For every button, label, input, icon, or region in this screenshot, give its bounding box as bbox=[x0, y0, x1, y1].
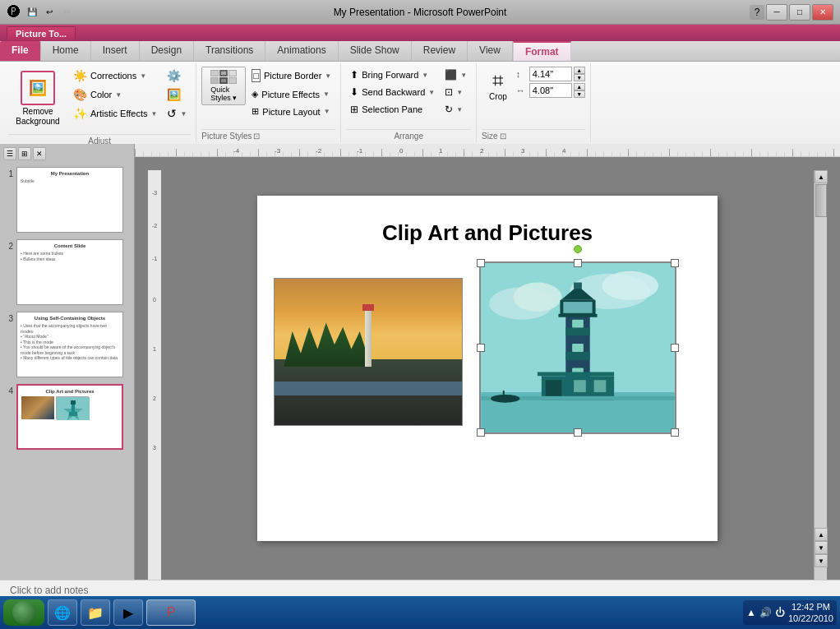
svg-point-51 bbox=[491, 395, 519, 403]
scroll-down-button[interactable]: ▼ bbox=[815, 554, 828, 567]
tab-animations[interactable]: Animations bbox=[265, 41, 338, 61]
svg-text:-2: -2 bbox=[316, 147, 322, 155]
taskbar-powerpoint-button[interactable]: P bbox=[146, 599, 196, 626]
ribbon-group-arrange: ⬆ Bring Forward ▼ ⬇ Send Backward ▼ ⊞ Se… bbox=[341, 63, 477, 142]
reset-picture-button[interactable]: ↺ ▼ bbox=[163, 104, 191, 123]
change-picture-button[interactable]: 🖼️ bbox=[163, 86, 191, 104]
picture-effects-button[interactable]: ◈ Picture Effects ▼ bbox=[247, 86, 335, 102]
quick-styles-button[interactable]: QuickStyles ▾ bbox=[201, 67, 246, 105]
tab-review[interactable]: Review bbox=[412, 41, 468, 61]
send-backward-icon: ⬇ bbox=[350, 86, 358, 98]
slide-thumb-4[interactable]: Clip Art and Pictures bbox=[16, 384, 123, 450]
save-button[interactable]: 💾 bbox=[25, 5, 39, 20]
svg-rect-46 bbox=[546, 380, 562, 396]
panel-menu-button[interactable]: ☰ bbox=[3, 147, 16, 160]
help-icon[interactable]: ? bbox=[750, 5, 764, 20]
send-backward-button[interactable]: ⬇ Send Backward ▼ bbox=[346, 84, 439, 100]
handle-bottom-center[interactable] bbox=[574, 428, 582, 437]
picture-layout-button[interactable]: ⊞ Picture Layout ▼ bbox=[247, 104, 335, 119]
picture-styles-content: QuickStyles ▾ □ Picture Border ▼ ◈ Pictu… bbox=[201, 65, 335, 127]
volume-icon[interactable]: 🔊 bbox=[759, 607, 772, 618]
clipart-image[interactable] bbox=[479, 261, 676, 434]
tab-transitions[interactable]: Transitions bbox=[194, 41, 265, 61]
panel-view-button[interactable]: ⊞ bbox=[18, 147, 31, 160]
crop-button[interactable]: ⌗ Crop bbox=[482, 67, 515, 105]
artistic-effects-button[interactable]: ✨ Artistic Effects ▼ bbox=[69, 104, 161, 123]
svg-point-32 bbox=[602, 271, 658, 300]
scroll-page-down-button[interactable]: ▼ bbox=[815, 541, 828, 554]
scroll-track[interactable] bbox=[815, 184, 827, 528]
photo-image[interactable] bbox=[274, 278, 463, 426]
handle-bottom-left[interactable] bbox=[477, 428, 485, 437]
maximize-button[interactable]: □ bbox=[789, 4, 810, 21]
picture-border-button[interactable]: □ Picture Border ▼ bbox=[247, 67, 335, 85]
width-input[interactable] bbox=[529, 83, 572, 98]
tab-design[interactable]: Design bbox=[140, 41, 194, 61]
close-button[interactable]: ✕ bbox=[812, 4, 833, 21]
taskbar-media-button[interactable]: ▶ bbox=[113, 599, 143, 626]
tab-view[interactable]: View bbox=[468, 41, 513, 61]
height-spin-up[interactable]: ▲ bbox=[574, 67, 585, 74]
slide-thumb-1[interactable]: My Presentation Subtitle bbox=[16, 167, 123, 233]
height-spin-down[interactable]: ▼ bbox=[574, 74, 585, 81]
selection-pane-button[interactable]: ⊞ Selection Pane bbox=[346, 101, 439, 118]
taskbar-explorer-button[interactable]: 🌐 bbox=[48, 599, 77, 626]
corrections-button[interactable]: ☀️ Corrections ▼ bbox=[69, 67, 161, 85]
size-expand-icon[interactable]: ⊡ bbox=[500, 132, 506, 141]
handle-middle-left[interactable] bbox=[477, 344, 485, 352]
start-button[interactable] bbox=[3, 599, 44, 626]
remove-background-button[interactable]: 🖼️ RemoveBackground bbox=[8, 67, 67, 131]
slide-canvas[interactable]: Clip Art and Pictures bbox=[257, 196, 718, 541]
artistic-effects-label: Artistic Effects bbox=[90, 109, 147, 118]
svg-marker-49 bbox=[538, 372, 614, 376]
handle-middle-right[interactable] bbox=[671, 344, 679, 352]
tab-file[interactable]: File bbox=[0, 41, 41, 61]
tab-home[interactable]: Home bbox=[41, 41, 91, 61]
handle-bottom-right[interactable] bbox=[671, 428, 679, 437]
handle-top-center[interactable] bbox=[574, 259, 582, 267]
rotate-button[interactable]: ↻ ▼ bbox=[441, 101, 471, 118]
compress-button[interactable]: ⚙️ bbox=[163, 67, 191, 85]
scroll-up-button[interactable]: ▲ bbox=[815, 170, 828, 183]
handle-top-left[interactable] bbox=[477, 259, 485, 267]
tower bbox=[365, 308, 372, 367]
width-spin-up[interactable]: ▲ bbox=[574, 83, 585, 90]
height-input[interactable] bbox=[529, 67, 572, 81]
width-spin-down[interactable]: ▼ bbox=[574, 90, 585, 98]
taskbar: 🌐 📁 ▶ P ▲ 🔊 ⏻ 12:42 PM 10/22/2010 bbox=[0, 596, 840, 629]
tab-format[interactable]: Format bbox=[513, 41, 571, 61]
scroll-page-up-button[interactable]: ▲ bbox=[815, 528, 828, 541]
tab-slideshow[interactable]: Slide Show bbox=[339, 41, 412, 61]
svg-text:1: 1 bbox=[153, 346, 156, 352]
taskbar-folder-button[interactable]: 📁 bbox=[81, 599, 110, 626]
align-button[interactable]: ⬛ ▼ bbox=[441, 67, 471, 83]
minimize-button[interactable]: ─ bbox=[766, 4, 787, 21]
handle-top-right[interactable] bbox=[671, 259, 679, 267]
slide-thumb-3[interactable]: Using Self-Containing Objects • Uses tha… bbox=[16, 312, 123, 377]
ruler-vertical: -3 -2 -1 0 1 2 3 bbox=[148, 170, 161, 580]
size-label-text: Size bbox=[482, 132, 497, 141]
network-icon[interactable]: ▲ bbox=[746, 607, 756, 618]
vertical-scrollbar[interactable]: ▲ ▲ ▼ ▼ bbox=[814, 170, 827, 580]
svg-text:-1: -1 bbox=[357, 147, 363, 155]
rotation-handle[interactable] bbox=[574, 245, 582, 253]
scroll-thumb[interactable] bbox=[815, 184, 827, 217]
redo-button[interactable]: ↩ bbox=[59, 5, 74, 20]
tab-insert[interactable]: Insert bbox=[91, 41, 140, 61]
title-bar: 🅟 💾 ↩ ↩ My Presentation - Microsoft Powe… bbox=[0, 0, 840, 25]
undo-button[interactable]: ↩ bbox=[42, 5, 57, 20]
picture-styles-expand-icon[interactable]: ⊡ bbox=[253, 132, 260, 141]
send-backward-arrow: ▼ bbox=[428, 89, 435, 96]
panel-close-button[interactable]: ✕ bbox=[33, 147, 46, 160]
window-title: My Presentation - Microsoft PowerPoint bbox=[334, 7, 507, 18]
ribbon-tabs: File Home Insert Design Transitions Anim… bbox=[0, 41, 840, 62]
color-button[interactable]: 🎨 Color ▼ bbox=[69, 86, 161, 104]
bring-forward-button[interactable]: ⬆ Bring Forward ▼ bbox=[346, 67, 439, 83]
title-bar-left: 🅟 💾 ↩ ↩ bbox=[7, 5, 74, 20]
slide-thumb-container-2: 2 Content Slide • Here are some bullets•… bbox=[3, 239, 131, 305]
system-clock[interactable]: 12:42 PM 10/22/2010 bbox=[788, 601, 833, 625]
battery-icon[interactable]: ⏻ bbox=[775, 607, 785, 618]
svg-text:-3: -3 bbox=[152, 190, 157, 196]
slide-thumb-2[interactable]: Content Slide • Here are some bullets• B… bbox=[16, 239, 123, 305]
group-button[interactable]: ⊡ ▼ bbox=[441, 84, 471, 100]
